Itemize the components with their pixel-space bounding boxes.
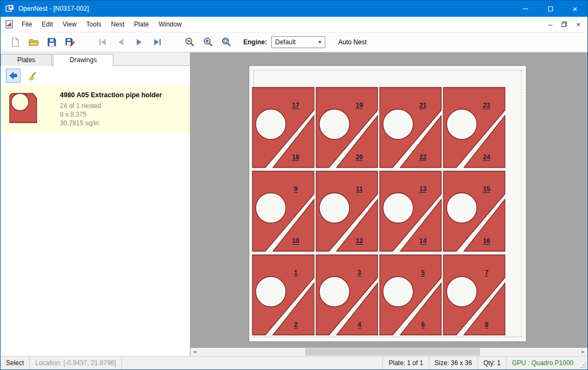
part-area: 30.7815 sq/in	[60, 119, 162, 127]
blue-arrow-icon	[9, 71, 18, 80]
nest-block[interactable]: 2122	[379, 86, 442, 169]
menu-item-view[interactable]: View	[58, 18, 81, 31]
nav-prev-button[interactable]	[112, 34, 130, 50]
window-controls: ×	[513, 1, 587, 17]
part-number: 11	[356, 185, 363, 193]
nav-next-button[interactable]	[130, 34, 148, 50]
first-plate-icon	[98, 37, 107, 47]
engine-selected-value: Default	[272, 38, 315, 46]
scrollbar-thumb[interactable]	[305, 348, 480, 355]
part-thumbnail-icon	[8, 91, 38, 127]
menu-item-tools[interactable]: Tools	[81, 18, 106, 31]
maximize-icon	[548, 6, 553, 11]
part-number: 2	[294, 321, 298, 328]
open-folder-icon	[28, 37, 39, 48]
part-number: 24	[483, 153, 490, 161]
plate[interactable]: 171819202122232491011121314151612345678	[249, 65, 527, 342]
part-number: 17	[292, 102, 299, 109]
tab-drawings[interactable]: Drawings	[53, 54, 113, 66]
mdi-restore-button[interactable]	[558, 19, 570, 30]
scroll-right-arrow-icon[interactable]: ►	[579, 349, 587, 354]
resize-grip-icon	[580, 362, 586, 368]
nav-first-button[interactable]	[93, 34, 112, 50]
main-toolbar: Engine: Default ▼ Auto Nest	[1, 32, 587, 52]
open-button[interactable]	[24, 34, 43, 50]
close-button[interactable]: ×	[563, 1, 587, 17]
zoom-out-icon	[184, 37, 195, 48]
nest-block[interactable]: 78	[442, 254, 506, 336]
sidebar: Plates Drawings	[1, 52, 190, 356]
part-nested-count: 24 of 1 nested	[60, 102, 162, 110]
nest-block[interactable]: 2324	[442, 86, 506, 169]
mdi-close-button[interactable]: ×	[572, 19, 584, 30]
save-icon	[46, 37, 57, 48]
menu-item-window[interactable]: Window	[154, 18, 187, 31]
part-number: 10	[292, 237, 299, 245]
zoom-fit-button[interactable]	[217, 34, 236, 50]
nest-block[interactable]: 1516	[442, 170, 506, 252]
menubar: File Edit View Tools Nest Plate Window –…	[1, 17, 587, 32]
part-number: 1	[294, 269, 298, 277]
clean-button[interactable]	[25, 69, 39, 83]
nest-block[interactable]: 56	[379, 254, 442, 336]
menu-item-file[interactable]: File	[17, 18, 37, 31]
auto-nest-button[interactable]: Auto Nest	[334, 35, 371, 49]
drawing-list-item[interactable]: 4980 A05 Extraction pipe holder 24 of 1 …	[1, 85, 190, 133]
part-title: 4980 A05 Extraction pipe holder	[60, 91, 162, 99]
part-number: 9	[294, 185, 298, 193]
drawings-toolbar	[1, 66, 190, 85]
document-icon	[5, 20, 13, 29]
window-title: OpenNest - [N0317-002]	[18, 5, 89, 12]
nest-block[interactable]: 12	[251, 254, 315, 336]
restore-icon	[561, 21, 568, 28]
nest-block[interactable]: 910	[251, 170, 315, 252]
menu-item-edit[interactable]: Edit	[37, 18, 58, 31]
scrollbar-track[interactable]	[199, 348, 579, 356]
broom-icon	[27, 71, 37, 81]
maximize-button[interactable]	[538, 1, 563, 17]
last-plate-icon	[153, 37, 162, 47]
nest-block[interactable]: 34	[315, 254, 379, 336]
zoom-out-button[interactable]	[181, 34, 199, 50]
nest-block[interactable]: 1112	[315, 170, 379, 252]
previous-plate-icon	[116, 37, 126, 47]
minimize-button[interactable]	[513, 1, 538, 17]
status-qty: Qty: 1	[477, 356, 506, 369]
new-document-icon	[10, 37, 20, 48]
engine-select[interactable]: Default ▼	[271, 36, 325, 48]
part-number: 19	[355, 102, 363, 109]
nest-block[interactable]: 1314	[379, 170, 442, 252]
app-icon	[5, 4, 14, 13]
status-location: Location: [-0.9437, 21.8796]	[30, 356, 121, 369]
part-number: 12	[355, 237, 363, 245]
nest-canvas[interactable]: 171819202122232491011121314151612345678 …	[190, 52, 587, 356]
scroll-left-arrow-icon[interactable]: ◄	[190, 349, 199, 354]
menu-item-plate[interactable]: Plate	[129, 18, 154, 31]
save-button[interactable]	[43, 34, 61, 50]
zoom-in-icon	[203, 37, 214, 48]
part-number: 14	[419, 237, 426, 245]
menu-item-nest[interactable]: Nest	[106, 18, 129, 31]
status-spacer	[122, 356, 383, 369]
nest-block[interactable]: 1920	[315, 86, 379, 169]
zoom-in-button[interactable]	[199, 34, 217, 50]
flip-part-button[interactable]	[6, 69, 20, 83]
new-button[interactable]	[6, 34, 24, 50]
chevron-down-icon: ▼	[315, 39, 325, 45]
horizontal-scrollbar[interactable]: ◄ ►	[190, 348, 587, 356]
part-dimensions: 8 x 8.375	[60, 110, 162, 119]
tab-plates[interactable]: Plates	[1, 54, 52, 66]
titlebar: OpenNest - [N0317-002] ×	[1, 1, 587, 17]
save-as-button[interactable]	[61, 34, 79, 50]
mdi-minimize-button[interactable]: –	[544, 19, 556, 30]
statusbar: Select Location: [-0.9437, 21.8796] Plat…	[1, 356, 587, 369]
part-number: 22	[419, 153, 426, 161]
part-number: 4	[358, 321, 361, 328]
status-size: Size: 36 x 36	[429, 356, 477, 369]
part-number: 7	[485, 269, 489, 277]
nav-last-button[interactable]	[148, 34, 167, 50]
status-plate: Plate: 1 of 1	[382, 356, 428, 369]
resize-grip[interactable]	[579, 356, 587, 369]
part-number: 6	[421, 321, 425, 328]
nest-block[interactable]: 1718	[251, 86, 315, 169]
